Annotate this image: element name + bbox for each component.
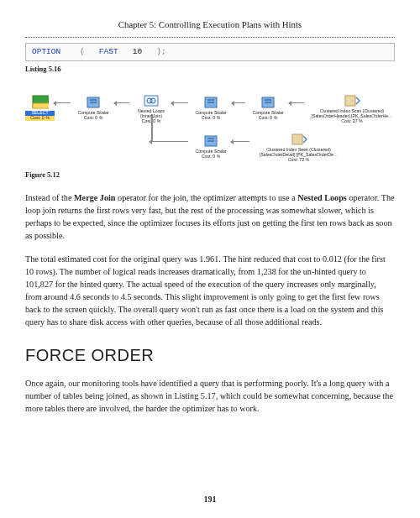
keyword-option: OPTION — [32, 47, 60, 56]
node-compute-scalar-2: Compute Scalar Cost: 0 % — [189, 95, 233, 121]
node-compute-scalar-3: Compute Scalar Cost: 0 % — [246, 95, 290, 121]
compute-scalar-icon — [260, 95, 276, 110]
arrow — [233, 141, 249, 143]
arrow — [151, 141, 188, 143]
node-cs4-cost: Cost: 0 % — [189, 154, 233, 160]
arrow — [291, 102, 304, 104]
section-heading-force-order: FORCE ORDER — [25, 343, 395, 369]
node-cs2-cost: Cost: 0 % — [189, 116, 233, 121]
node-compute-scalar-1: Compute Scalar Cost: 0 % — [71, 95, 115, 121]
arrow — [55, 102, 71, 104]
paren-close: ); — [156, 47, 165, 56]
node-cs3-cost: Cost: 0 % — [246, 116, 290, 121]
listing-label: Listing 5.16 — [25, 64, 395, 75]
node-clustered-index-scan: Clustered Index Scan (Clustered) [SalesO… — [305, 93, 399, 124]
node-select-cost: Cost: 0 % — [25, 116, 55, 121]
compute-scalar-icon — [85, 95, 102, 110]
literal-number: 10 — [133, 47, 142, 56]
arrow — [116, 102, 129, 104]
paren-open: ( — [80, 47, 85, 56]
page-number: 191 — [0, 494, 420, 506]
compute-scalar-icon — [202, 95, 219, 110]
term-nested-loops: Nested Loops — [297, 193, 347, 202]
node-clustered-index-seek: Clustered Index Seek (Clustered) [SalesO… — [250, 132, 347, 163]
nested-loops-icon — [143, 93, 160, 108]
divider — [25, 37, 395, 38]
node-cik-cost: Cost: 72 % — [250, 158, 347, 163]
index-scan-icon — [344, 93, 360, 108]
connector — [151, 114, 153, 142]
select-icon — [32, 95, 49, 110]
index-seek-icon — [291, 132, 307, 147]
chapter-title: Chapter 5: Controlling Execution Plans w… — [25, 18, 395, 32]
compute-scalar-icon — [202, 133, 219, 149]
svg-rect-18 — [292, 134, 302, 144]
svg-rect-5 — [144, 96, 158, 106]
figure-label: Figure 5.12 — [25, 170, 395, 181]
execution-plan-diagram: SELECT Cost: 0 % Compute Scalar Cost: 0 … — [25, 85, 395, 165]
arrow — [173, 102, 188, 104]
p1-text: operator for the join, the optimizer att… — [116, 193, 298, 202]
arrow — [234, 102, 245, 104]
paragraph-1: Instead of the Merge Join operator for t… — [25, 191, 395, 242]
node-cs1-cost: Cost: 0 % — [71, 116, 115, 121]
paragraph-3: Once again, our monitoring tools have id… — [25, 377, 395, 415]
svg-rect-1 — [33, 103, 49, 108]
term-merge-join: Merge Join — [74, 193, 116, 202]
node-compute-scalar-4: Compute Scalar Cost: 0 % — [189, 133, 233, 160]
keyword-fast: FAST — [99, 47, 118, 56]
node-select: SELECT Cost: 0 % — [25, 95, 55, 121]
paragraph-2: The total estimated cost for the origina… — [25, 253, 395, 329]
p1-text: Instead of the — [25, 193, 74, 202]
node-cis-cost: Cost: 27 % — [305, 119, 399, 124]
code-block: OPTION ( FAST 10 ); — [25, 43, 395, 61]
svg-rect-14 — [345, 96, 355, 106]
